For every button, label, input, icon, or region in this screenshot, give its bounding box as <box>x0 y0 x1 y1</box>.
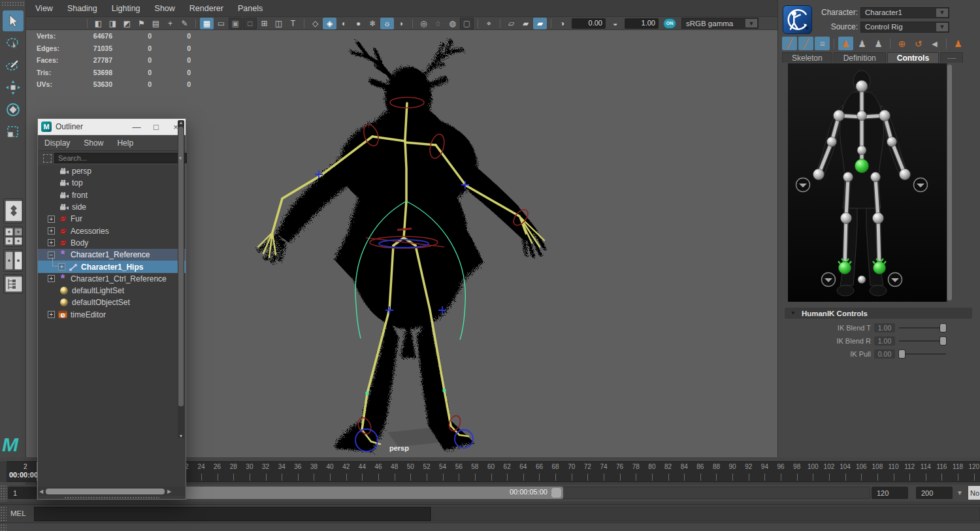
minimize-button[interactable]: — <box>127 122 146 132</box>
tab-[interactable]: ---- <box>940 52 963 63</box>
outliner-menu-help[interactable]: Help <box>117 138 133 148</box>
stance-pose-icon[interactable]: ♟ <box>855 37 870 50</box>
tab-controls[interactable]: Controls <box>887 52 939 63</box>
slider-track[interactable] <box>899 349 946 359</box>
grease-pencil-icon[interactable]: ✎ <box>178 18 191 29</box>
outliner-item-acessories[interactable]: +Acessories <box>38 225 186 236</box>
shadows-icon[interactable]: ❄ <box>366 18 380 29</box>
smooth-shade-icon[interactable]: ◈ <box>323 18 336 29</box>
picker-joint-left-hip[interactable] <box>843 172 853 182</box>
wireframe-icon[interactable]: ◇ <box>308 18 322 29</box>
filter-icon[interactable] <box>43 154 52 163</box>
mel-command-input[interactable] <box>34 507 431 521</box>
slider-value-field[interactable]: 1.00 <box>874 336 895 346</box>
ribcage-icon[interactable]: ≡ <box>815 37 830 50</box>
slider-handle[interactable] <box>899 350 905 358</box>
slider-value-field[interactable]: 0.00 <box>874 349 895 359</box>
chevron-down-icon[interactable]: ▼ <box>936 8 948 17</box>
range-slider-grip[interactable] <box>0 485 7 502</box>
humanik-logo[interactable] <box>783 5 812 34</box>
help-line-grip[interactable] <box>0 524 7 531</box>
full-body-icon[interactable]: ♟ <box>951 37 966 50</box>
scroll-right-icon[interactable]: ▶ <box>166 489 172 494</box>
picker-expand-right-foot-button[interactable] <box>889 273 902 287</box>
outliner-item-timeeditor[interactable]: +timeEditor <box>38 309 186 321</box>
expand-icon[interactable]: + <box>48 275 55 282</box>
snap-point-icon[interactable]: ▰ <box>519 18 532 29</box>
contrast-field[interactable]: 1.00 <box>625 18 659 29</box>
animation-end-field[interactable]: 200 <box>916 487 953 499</box>
four-pane-layout[interactable] <box>3 226 23 247</box>
plugin-shading-icon[interactable]: ▢ <box>460 18 474 29</box>
outliner-window[interactable]: M Outliner — □ × DisplayShowHelp ▼ persp… <box>37 118 186 500</box>
textures-icon[interactable]: ◗ <box>395 18 408 29</box>
image-plane-icon[interactable]: ▤ <box>149 18 163 29</box>
outliner-item-character1_ctrl_reference[interactable]: +*Character1_Ctrl_Reference <box>38 273 186 285</box>
camera-select-icon[interactable]: ◧ <box>91 18 105 29</box>
picker-joint-left-knee[interactable] <box>841 213 852 224</box>
add-bone-icon[interactable]: ╱ <box>798 37 813 50</box>
source-select[interactable]: Control Rig ▼ <box>860 22 949 33</box>
outliner-item-character1_hips[interactable]: +Character1_Hips <box>38 261 186 272</box>
safe-action-icon[interactable]: ◫ <box>272 18 286 29</box>
textured-icon[interactable]: ◐ <box>337 18 351 29</box>
lights-icon[interactable]: ☼ <box>380 18 394 29</box>
expand-icon[interactable]: + <box>48 227 55 234</box>
range-slider-handle[interactable] <box>551 488 561 498</box>
scale-tool[interactable] <box>3 121 24 142</box>
picker-joint-left-shoulder[interactable] <box>834 110 845 121</box>
mirror-pose-icon[interactable]: ♟ <box>871 37 886 50</box>
expand-icon[interactable]: + <box>48 239 55 246</box>
bookmark-icon[interactable]: ⚑ <box>135 18 148 29</box>
select-tool[interactable] <box>3 10 24 31</box>
outliner-item-body[interactable]: +Body <box>38 237 186 249</box>
outliner-item-defaultlightset[interactable]: defaultLightSet <box>38 285 186 297</box>
character-picker[interactable] <box>788 63 947 302</box>
outliner-title-bar[interactable]: M Outliner — □ × <box>38 119 186 135</box>
character-select[interactable]: Character1 ▼ <box>860 7 949 18</box>
outliner-menu-display[interactable]: Display <box>44 138 70 148</box>
gamma-select[interactable]: sRGB gamma▼ <box>681 18 759 29</box>
mirror-icon[interactable]: ◄ <box>927 37 942 50</box>
grid-icon[interactable]: ▦ <box>200 18 214 29</box>
scroll-down-icon[interactable]: ▼ <box>178 434 184 438</box>
field-chart-icon[interactable]: ⊞ <box>257 18 271 29</box>
skeleton-generator-icon[interactable]: ╱ <box>782 37 797 50</box>
chevron-down-icon[interactable]: ▼ <box>745 19 757 27</box>
gamma-on-toggle[interactable]: ON <box>663 18 676 29</box>
picker-joint-spine[interactable] <box>857 146 866 155</box>
picker-joint-right-hand[interactable] <box>900 169 911 180</box>
humanik-controls-section-header[interactable]: ▼ HumanIK Controls <box>785 308 972 319</box>
resolution-gate-icon[interactable]: ▣ <box>229 18 242 29</box>
move-tool[interactable] <box>3 77 24 98</box>
outliner-item-persp[interactable]: persp <box>38 165 186 177</box>
xray-joints-icon[interactable]: ◍ <box>446 18 459 29</box>
outliner-item-front[interactable]: front <box>38 189 186 201</box>
pin-rotate-icon[interactable]: ↺ <box>911 37 926 50</box>
lasso-select-tool[interactable] <box>3 33 24 54</box>
outliner-menu-show[interactable]: Show <box>84 138 103 148</box>
outliner-item-fur[interactable]: +Fur <box>38 213 186 225</box>
slider-track[interactable] <box>899 323 946 332</box>
slider-handle[interactable] <box>940 324 946 332</box>
tab-definition[interactable]: Definition <box>834 52 886 63</box>
safe-title-icon[interactable]: T <box>286 18 300 29</box>
contrast-icon[interactable]: ◒ <box>608 18 622 29</box>
use-default-material-icon[interactable]: ● <box>351 18 365 29</box>
camera-lock-icon[interactable]: ◨ <box>106 18 120 29</box>
character-set-menu[interactable]: No <box>968 486 980 500</box>
picker-joint-right-hip[interactable] <box>871 172 881 182</box>
slider-value-field[interactable]: 1.00 <box>874 323 895 332</box>
maximize-button[interactable]: □ <box>146 122 166 132</box>
playback-start-field[interactable]: 1 <box>8 487 37 499</box>
menu-panels[interactable]: Panels <box>238 4 263 13</box>
slider-track[interactable] <box>899 336 946 346</box>
scrollbar-thumb[interactable] <box>46 489 165 494</box>
outliner-pane-layout[interactable] <box>3 274 23 294</box>
picker-joint-right-elbow[interactable] <box>887 137 897 147</box>
exposure-icon[interactable]: ◑ <box>555 18 569 29</box>
scroll-left-icon[interactable]: ◀ <box>38 489 44 494</box>
picker-joint-right-knee[interactable] <box>873 213 884 224</box>
single-pane-layout[interactable] <box>3 199 23 223</box>
picker-expand-left-foot-button[interactable] <box>822 273 836 287</box>
